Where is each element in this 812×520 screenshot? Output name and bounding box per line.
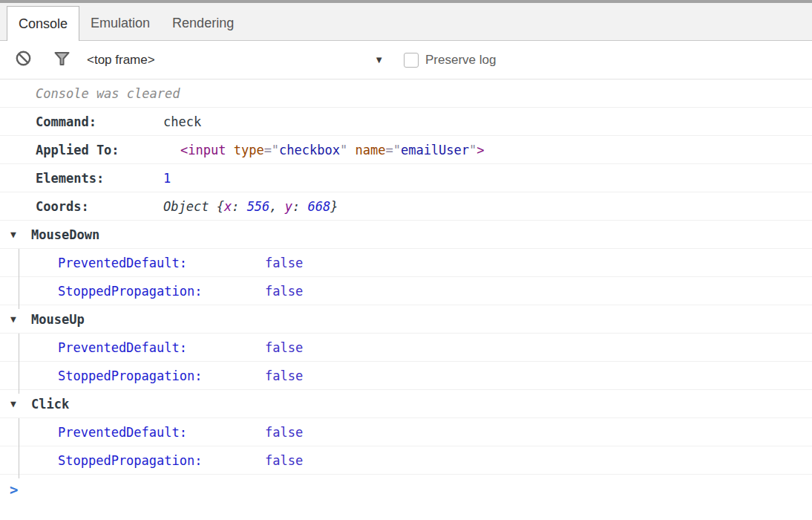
console-cleared-message: Console was cleared: [0, 79, 812, 108]
frame-selector-value: <top frame>: [87, 53, 155, 68]
console-toolbar: <top frame> ▼ Preserve log: [0, 41, 812, 79]
group-children-click: PreventedDefault:false StoppedPropagatio…: [0, 418, 812, 475]
group-header-mouseup[interactable]: ▼MouseUp: [0, 305, 812, 334]
expand-triangle-icon[interactable]: ▼: [10, 229, 31, 240]
group-header-click[interactable]: ▼Click: [0, 390, 812, 418]
console-message-stopped-propagation: StoppedPropagation:false: [0, 446, 812, 475]
preserve-log-label: Preserve log: [425, 53, 496, 68]
group-children-mousedown: PreventedDefault:false StoppedPropagatio…: [0, 249, 812, 305]
object-preview[interactable]: Object {x: 556, y: 668}: [163, 199, 338, 214]
console-message-prevented-default: PreventedDefault:false: [0, 249, 812, 277]
expand-triangle-icon[interactable]: ▼: [10, 398, 31, 409]
clear-console-button[interactable]: [14, 51, 32, 69]
console-prompt-input[interactable]: >: [0, 475, 812, 504]
tab-console[interactable]: Console: [7, 6, 79, 41]
preserve-log-checkbox[interactable]: [404, 53, 419, 68]
expand-triangle-icon[interactable]: ▼: [10, 313, 31, 325]
prompt-chevron-icon: >: [10, 481, 18, 498]
frame-context-selector[interactable]: <top frame> ▼: [87, 53, 384, 68]
filter-funnel-icon: [53, 51, 71, 70]
command-value: check: [163, 114, 201, 129]
console-message-stopped-propagation: StoppedPropagation:false: [0, 277, 812, 305]
group-children-mouseup: PreventedDefault:false StoppedPropagatio…: [0, 334, 812, 390]
console-message-applied-to: Applied To:<input type="checkbox" name="…: [0, 136, 812, 164]
command-label: Command:: [36, 114, 163, 129]
chevron-down-icon: ▼: [374, 54, 384, 65]
console-message-prevented-default: PreventedDefault:false: [0, 334, 812, 362]
console-message-command: Command:check: [0, 108, 812, 136]
elements-count: 1: [163, 171, 171, 186]
console-message-prevented-default: PreventedDefault:false: [0, 418, 812, 446]
devtools-tabbar: Console Emulation Rendering: [0, 3, 812, 41]
element-preview[interactable]: <input type="checkbox" name="emailUser">: [180, 143, 485, 157]
console-message-elements: Elements:1: [0, 164, 812, 192]
tab-rendering[interactable]: Rendering: [161, 6, 245, 40]
elements-label: Elements:: [36, 171, 163, 186]
console-message-stopped-propagation: StoppedPropagation:false: [0, 362, 812, 390]
filter-button[interactable]: [53, 51, 71, 69]
coords-label: Coords:: [36, 199, 163, 214]
console-message-coords: Coords:Object {x: 556, y: 668}: [0, 192, 812, 221]
circle-slash-icon: [15, 50, 32, 70]
tab-emulation[interactable]: Emulation: [79, 6, 161, 40]
applied-to-label: Applied To:: [36, 143, 163, 157]
group-header-mousedown[interactable]: ▼MouseDown: [0, 221, 812, 249]
console-messages: Console was cleared Command:check Applie…: [0, 79, 812, 504]
